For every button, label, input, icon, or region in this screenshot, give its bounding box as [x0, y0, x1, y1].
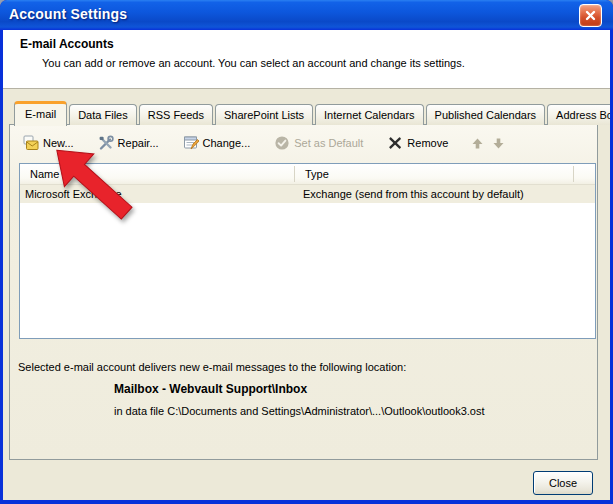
- column-header-name[interactable]: Name: [30, 168, 59, 180]
- repair-tools-icon: [98, 135, 114, 151]
- repair-account-button[interactable]: Repair...: [93, 133, 164, 153]
- page-title: E-mail Accounts: [20, 37, 114, 51]
- move-down-icon: [492, 137, 505, 150]
- account-type-cell: Exchange (send from this account by defa…: [303, 188, 524, 200]
- page-description: You can add or remove an account. You ca…: [42, 57, 465, 69]
- email-tab-panel: New... Repair...: [9, 124, 598, 460]
- delivery-location-label: Selected e-mail account delivers new e-m…: [18, 361, 406, 373]
- new-account-label: New...: [43, 137, 74, 149]
- dialog-header: E-mail Accounts You can add or remove an…: [3, 30, 610, 89]
- accounts-toolbar: New... Repair...: [18, 131, 509, 155]
- window-title: Account Settings: [9, 6, 127, 22]
- new-account-button[interactable]: New...: [18, 133, 79, 153]
- mailbox-path: Mailbox - Webvault Support\Inbox: [114, 382, 307, 396]
- title-bar[interactable]: Account Settings: [0, 0, 613, 30]
- tab-address-books[interactable]: Address Books: [547, 104, 610, 125]
- remove-x-icon: [387, 135, 403, 151]
- column-divider: [573, 166, 574, 182]
- tab-data-files[interactable]: Data Files: [69, 104, 137, 125]
- repair-account-label: Repair...: [118, 137, 159, 149]
- accounts-list-header: Name Type: [20, 164, 595, 185]
- remove-account-button[interactable]: Remove: [382, 133, 453, 153]
- change-form-icon: [183, 135, 199, 151]
- table-row[interactable]: Microsoft Exchange Exchange (send from t…: [20, 185, 595, 203]
- account-name-cell: Microsoft Exchange: [25, 188, 122, 200]
- window-close-button[interactable]: [579, 4, 602, 27]
- move-down-button[interactable]: [488, 135, 509, 152]
- set-as-default-label: Set as Default: [294, 137, 363, 149]
- tab-internet-calendars[interactable]: Internet Calendars: [315, 104, 424, 125]
- tab-email[interactable]: E-mail: [14, 101, 67, 126]
- accounts-list[interactable]: Name Type Microsoft Exchange Exchange (s…: [19, 163, 596, 339]
- set-as-default-button[interactable]: Set as Default: [269, 133, 368, 153]
- column-divider: [294, 166, 295, 182]
- close-button[interactable]: Close: [533, 471, 593, 495]
- tab-published-calendars[interactable]: Published Calendars: [426, 104, 546, 125]
- new-mail-icon: [23, 135, 39, 151]
- tab-rss-feeds[interactable]: RSS Feeds: [139, 104, 213, 125]
- tab-strip: E-mail Data Files RSS Feeds SharePoint L…: [14, 101, 610, 125]
- tab-sharepoint-lists[interactable]: SharePoint Lists: [215, 104, 313, 125]
- remove-account-label: Remove: [407, 137, 448, 149]
- dialog-client-area: E-mail Accounts You can add or remove an…: [3, 30, 610, 500]
- move-up-button[interactable]: [467, 135, 488, 152]
- change-account-button[interactable]: Change...: [178, 133, 256, 153]
- close-icon: [584, 9, 597, 22]
- set-default-check-icon: [274, 135, 290, 151]
- change-account-label: Change...: [203, 137, 251, 149]
- column-header-type[interactable]: Type: [305, 168, 329, 180]
- data-file-path: in data file C:\Documents and Settings\A…: [114, 405, 485, 417]
- move-up-icon: [471, 137, 484, 150]
- close-button-label: Close: [549, 477, 577, 489]
- account-settings-dialog: Account Settings E-mail Accounts You can…: [0, 0, 613, 504]
